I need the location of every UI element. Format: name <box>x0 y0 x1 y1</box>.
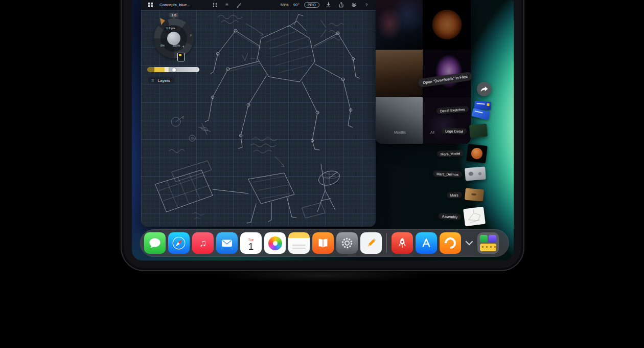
layers-button[interactable]: ≡ Layers <box>148 77 174 84</box>
drag-item-label: Decal Sketches <box>436 106 469 114</box>
drag-item[interactable]: Mars_Deimos <box>433 167 486 180</box>
download-icon <box>326 2 331 8</box>
ipad-frame: Concepts_blue... ≡ <box>121 0 524 271</box>
app-messages-icon[interactable] <box>144 232 166 254</box>
menu-button[interactable]: ≡ <box>223 2 231 9</box>
opacity-max-label: 100% <box>173 44 180 47</box>
share-button[interactable] <box>337 2 345 9</box>
app-sketch-pencil-icon[interactable] <box>360 232 382 254</box>
contrast-icon: ◐ <box>182 45 185 48</box>
share-icon <box>338 2 344 8</box>
dock: ♫ Tue 1 <box>140 229 509 257</box>
download-button[interactable] <box>324 2 332 9</box>
pen-icon <box>237 3 242 8</box>
pen-tool-button[interactable] <box>235 2 243 9</box>
app-rocket-icon[interactable] <box>392 232 413 254</box>
settings-button[interactable] <box>350 2 358 9</box>
segment-all[interactable]: All <box>430 130 434 134</box>
brush-tool-wheel[interactable]: 1.6 1.6 pts 0% 100% ◐ ♪ <box>152 16 196 60</box>
apps-grid-button[interactable] <box>146 2 154 9</box>
chevron-down-icon <box>465 241 473 246</box>
drag-item[interactable]: Mars_Model <box>437 145 487 162</box>
mars-deimos-thumbnail <box>465 167 486 181</box>
concepts-app-window[interactable]: Concepts_blue... ≡ <box>141 0 376 227</box>
photos-dim-overlay <box>376 0 471 144</box>
ipad-screen: Concepts_blue... ≡ <box>132 0 514 260</box>
brush-size-tag[interactable]: 1.6 <box>169 13 178 17</box>
pro-badge[interactable]: PRO <box>304 2 319 8</box>
app-photos-icon[interactable] <box>264 232 286 254</box>
tool-pen-icon: ♪ <box>190 33 192 37</box>
gear-icon <box>351 2 357 8</box>
color-swatch-olive[interactable] <box>147 67 154 72</box>
help-button[interactable]: ? <box>362 2 371 9</box>
app-settings-icon[interactable] <box>336 232 358 254</box>
app-books-icon[interactable] <box>312 232 334 254</box>
app-orbit-icon[interactable] <box>440 232 461 254</box>
app-safari-icon[interactable] <box>168 232 190 254</box>
recent-app-green <box>480 235 488 243</box>
dock-divider <box>386 233 387 253</box>
color-swatch-yellow[interactable] <box>154 67 165 72</box>
mars-model-thumbnail <box>466 144 488 163</box>
drag-item[interactable]: Assembly <box>439 208 485 225</box>
layer-preview-swatch[interactable] <box>177 53 185 61</box>
layers-label: Layers <box>158 78 170 83</box>
assembly-thumbnail <box>463 207 486 227</box>
concepts-toolbar: Concepts_blue... ≡ <box>141 0 376 10</box>
drag-item-label: Mars <box>447 191 462 198</box>
logo-detail-thumbnail <box>469 124 488 138</box>
mars-terrain-thumbnail <box>465 188 484 201</box>
drag-item[interactable]: Logo Detail <box>442 124 487 137</box>
app-music-icon[interactable]: ♫ <box>192 232 214 254</box>
app-mail-icon[interactable] <box>216 232 238 254</box>
drag-item-label: Logo Detail <box>442 127 467 135</box>
layers-menu-icon: ≡ <box>151 78 154 83</box>
drag-handle-button[interactable] <box>211 2 219 9</box>
app-appstore-icon[interactable] <box>416 232 437 254</box>
color-slider-knob[interactable] <box>172 68 176 72</box>
opacity-min-label: 0% <box>160 44 165 47</box>
segment-months[interactable]: Months <box>394 130 406 134</box>
drag-handle-icon <box>213 3 217 7</box>
orbit-arc-icon <box>442 235 458 251</box>
photos-app-window[interactable]: Months All <box>376 0 471 144</box>
document-title[interactable]: Concepts_blue... <box>159 3 190 7</box>
zoom-level[interactable]: 59% <box>281 3 289 7</box>
drag-item[interactable]: Decal Sketches <box>436 100 492 120</box>
brush-size-label: 1.6 pts <box>164 26 177 30</box>
menu-icon: ≡ <box>225 3 228 8</box>
decal-sketches-thumbnail <box>470 99 493 121</box>
rotation-angle[interactable]: 90° <box>293 3 300 7</box>
app-notes-icon[interactable] <box>288 232 310 254</box>
recent-app-yellow <box>480 244 496 251</box>
apps-grid-icon <box>148 3 153 7</box>
music-note-icon: ♫ <box>199 237 206 249</box>
color-swatch-cream[interactable] <box>165 67 169 72</box>
drag-item-label: Mars_Model <box>437 150 464 157</box>
dock-chevron-button[interactable] <box>464 232 475 254</box>
scene: Concepts_blue... ≡ <box>0 0 644 348</box>
drag-item[interactable]: Mars <box>447 189 484 201</box>
recent-app-purple <box>489 235 496 243</box>
color-palette-bar[interactable] <box>147 67 199 72</box>
device-shadow <box>169 270 475 288</box>
drag-item-label: Mars_Deimos <box>433 170 463 178</box>
calendar-day: 1 <box>248 242 254 251</box>
drag-item-label: Assembly <box>439 213 462 220</box>
tool-wheel-knob[interactable] <box>167 32 180 45</box>
recent-apps-tile[interactable] <box>477 232 499 254</box>
app-calendar-icon[interactable]: Tue 1 <box>240 232 262 254</box>
